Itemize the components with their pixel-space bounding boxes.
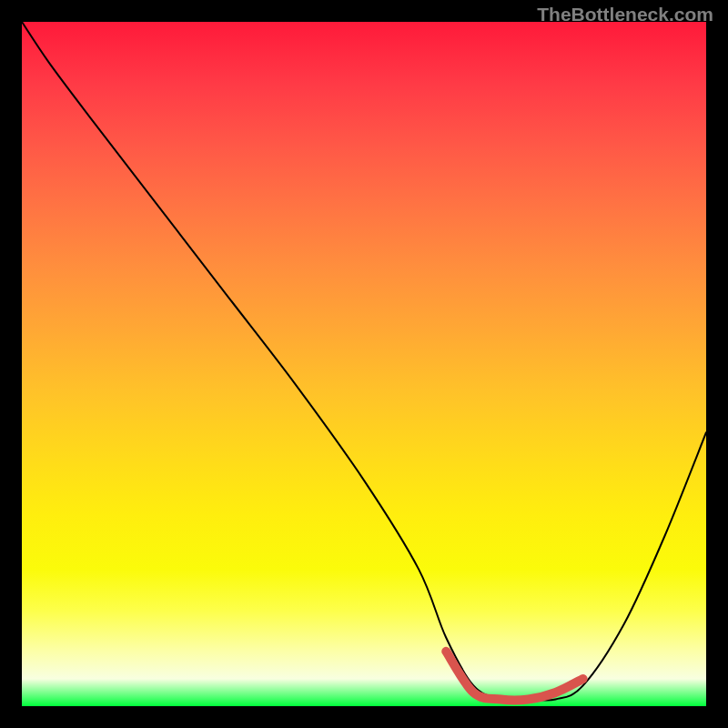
watermark-text: TheBottleneck.com <box>537 4 713 25</box>
bottleneck-curve-line <box>22 22 706 701</box>
chart-plot-area <box>22 22 706 706</box>
chart-svg <box>22 22 706 706</box>
